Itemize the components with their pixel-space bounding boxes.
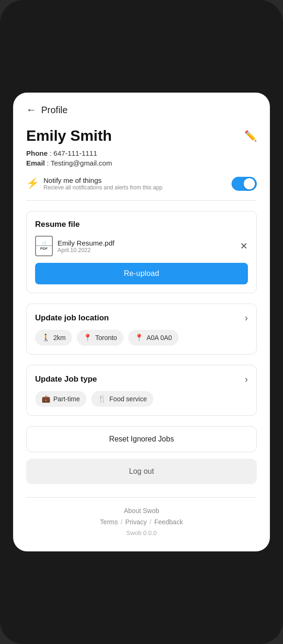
tag-food-service-label: Food service [109, 395, 147, 403]
app-version: Swob 0.0.0 [26, 529, 257, 536]
location-tags: 🚶 2km 📍 Toronto 📍 A0A 0A0 [35, 330, 248, 346]
header: ← Profile [26, 104, 257, 116]
email-value: Testing@gmail.com [51, 159, 112, 167]
notif-subtitle: Recieve all notifications and alerts fro… [44, 184, 162, 191]
job-location-card: Update job location › 🚶 2km 📍 Toronto 📍 … [26, 304, 257, 355]
tag-part-time[interactable]: 💼 Part-time [35, 391, 87, 407]
footer: About Swob Terms / Privacy / Feedback Sw… [26, 497, 257, 536]
user-name: Emily Smith [26, 127, 112, 145]
notif-title: Notify me of things [44, 176, 162, 184]
notif-text: Notify me of things Recieve all notifica… [44, 176, 162, 191]
reset-ignored-button[interactable]: Reset Ignored Jobs [26, 426, 257, 452]
toggle-thumb [244, 178, 255, 189]
separator-2: / [150, 518, 152, 526]
phone-row: Phone : 647-111-1111 [26, 149, 257, 157]
job-type-tags: 💼 Part-time 🍴 Food service [35, 391, 248, 407]
remove-resume-button[interactable]: ✕ [240, 240, 248, 252]
job-location-chevron[interactable]: › [245, 312, 248, 323]
separator-1: / [121, 518, 123, 526]
profile-row: Emily Smith ✏️ [26, 127, 257, 145]
resume-date: April.10.2022 [58, 247, 115, 253]
resume-section-title: Resume file [35, 220, 248, 229]
tag-city[interactable]: 📍 Toronto [77, 330, 123, 346]
edit-icon[interactable]: ✏️ [244, 130, 257, 142]
resume-info: Emily Resume.pdf April.10.2022 [58, 239, 115, 253]
location-icon-toronto: 📍 [83, 333, 92, 342]
page-title: Profile [41, 105, 68, 116]
tag-city-label: Toronto [95, 334, 117, 341]
logout-button[interactable]: Log out [26, 459, 257, 484]
reupload-button[interactable]: Re-upload [35, 263, 248, 284]
footer-links: Terms / Privacy / Feedback [26, 518, 257, 526]
notification-toggle[interactable] [232, 177, 257, 191]
resume-card: Resume file 📄 PDF Emily Resume.pdf April… [26, 211, 257, 293]
about-swob-link[interactable]: About Swob [26, 507, 257, 514]
fork-icon: 🍴 [98, 395, 107, 403]
pdf-icon: 📄 PDF [35, 236, 53, 256]
bolt-icon: ⚡ [26, 177, 39, 189]
job-type-card: Update Job type › 💼 Part-time 🍴 Food ser… [26, 365, 257, 416]
resume-file-left: 📄 PDF Emily Resume.pdf April.10.2022 [35, 236, 115, 256]
tag-postal[interactable]: 📍 A0A 0A0 [128, 330, 179, 346]
job-type-chevron[interactable]: › [245, 374, 248, 384]
feedback-link[interactable]: Feedback [154, 518, 183, 526]
briefcase-icon: 💼 [42, 395, 51, 403]
notification-row: ⚡ Notify me of things Recieve all notifi… [26, 176, 257, 201]
resume-filename: Emily Resume.pdf [58, 239, 115, 247]
phone-frame: ← Profile Emily Smith ✏️ Phone : 647-111… [0, 0, 283, 644]
tag-distance-label: 2km [53, 334, 65, 341]
back-button[interactable]: ← [26, 104, 36, 116]
tag-distance[interactable]: 🚶 2km [35, 330, 72, 346]
walk-icon: 🚶 [42, 333, 51, 342]
terms-link[interactable]: Terms [100, 518, 118, 526]
phone-label: Phone [26, 149, 48, 157]
job-type-title: Update Job type [35, 375, 97, 384]
screen: ← Profile Emily Smith ✏️ Phone : 647-111… [13, 93, 270, 551]
job-type-header: Update Job type › [35, 374, 248, 384]
email-row: Email : Testing@gmail.com [26, 159, 257, 167]
location-icon-postal: 📍 [135, 333, 144, 342]
phone-value: 647-111-1111 [53, 149, 97, 157]
job-location-header: Update job location › [35, 312, 248, 323]
tag-postal-label: A0A 0A0 [146, 334, 172, 341]
email-label: Email [26, 159, 45, 167]
job-location-title: Update job location [35, 313, 109, 323]
resume-file-row: 📄 PDF Emily Resume.pdf April.10.2022 ✕ [35, 236, 248, 256]
tag-part-time-label: Part-time [53, 395, 80, 403]
tag-food-service[interactable]: 🍴 Food service [91, 391, 153, 407]
content: ← Profile Emily Smith ✏️ Phone : 647-111… [13, 93, 270, 551]
privacy-link[interactable]: Privacy [125, 518, 147, 526]
notif-left: ⚡ Notify me of things Recieve all notifi… [26, 176, 162, 191]
